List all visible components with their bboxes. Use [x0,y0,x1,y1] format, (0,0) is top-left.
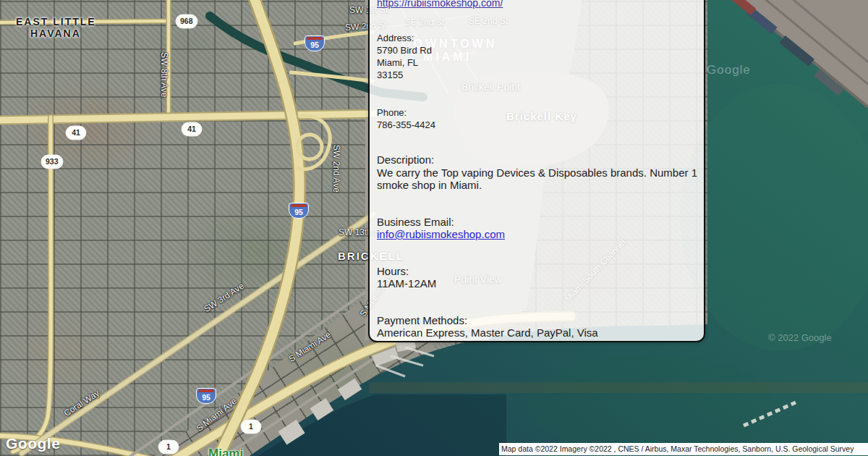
email-link[interactable]: info@rubiismokeshop.com [377,228,505,240]
route-shield-1: 1 [242,421,260,433]
area-label-east-little-havana-2: HAVANA [30,28,81,39]
payment-section: Payment Methods: American Express, Maste… [377,314,697,339]
map-attribution: Map data ©2022 Imagery ©2022 , CNES / Ai… [499,443,868,455]
phone-label: Phone: [377,106,697,119]
phone-number: 786-355-4424 [377,119,697,131]
interstate-shield-95: 95 [289,203,309,219]
route-shield-1: 1 [159,441,178,453]
website-link[interactable]: https://rubiismokeshop.com/ [377,0,697,9]
email-label: Business Email: [377,216,697,229]
street-label: SW 2nd Ave [331,145,341,193]
description-label: Description: [377,153,697,166]
description-text: We carry the Top vaping Devices & Dispos… [377,166,704,192]
city-label-miami: Miami [208,447,243,456]
google-logo[interactable]: Google [6,435,60,452]
description-section: Description: We carry the Top vaping Dev… [377,153,697,192]
route-shield-933: 933 [42,156,62,168]
hours-value: 11AM-12AM [377,277,697,290]
map-canvas[interactable]: EAST LITTLE HAVANA DOWNTOWN MIAMI BRICKE… [0,0,868,456]
copyright-watermark: © 2022 Google [768,332,832,343]
payment-methods: American Express, Master Card, PayPal, V… [377,326,697,339]
address-line: 5790 Bird Rd [377,44,697,56]
hours-label: Hours: [377,265,697,278]
google-watermark: Google [707,63,751,77]
email-section: Business Email: info@rubiismokeshop.com [377,216,697,241]
interstate-shield-95: 95 [196,388,216,404]
interstate-shield-95: 95 [305,35,325,51]
route-shield-968: 968 [176,15,197,28]
payment-label: Payment Methods: [377,314,697,327]
address-line: Miami, FL [377,56,697,69]
route-shield-41: 41 [67,127,85,139]
business-info-card: https://rubiismokeshop.com/ Address: 579… [368,0,705,342]
street-label: SW 8th Ave [159,52,169,97]
hours-section: Hours: 11AM-12AM [377,265,697,290]
phone-section: Phone: 786-355-4424 [377,106,697,131]
route-shield-41: 41 [182,123,201,135]
area-label-east-little-havana: EAST LITTLE [16,16,96,28]
address-label: Address: [377,32,697,44]
address-section: Address: 5790 Bird Rd Miami, FL 33155 [377,32,697,81]
address-line: 33155 [377,69,697,81]
